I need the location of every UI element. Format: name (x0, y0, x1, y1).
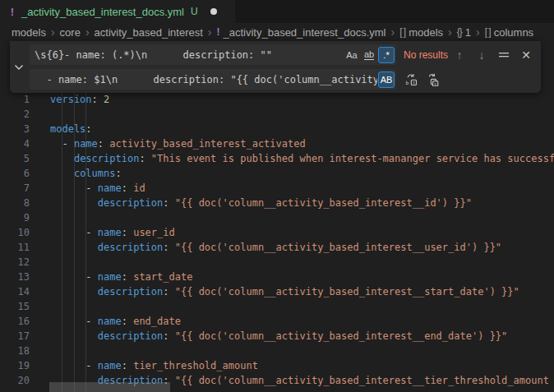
breadcrumb-label: models (12, 26, 46, 39)
line-number: 20 (0, 373, 30, 388)
code-line[interactable]: 12 (0, 255, 554, 270)
chevron-right-icon: › (448, 25, 452, 39)
chevron-right-icon: › (390, 25, 395, 39)
code-line[interactable]: 3models: (0, 122, 554, 136)
code-text: - name: user_id (50, 225, 175, 240)
code-line[interactable]: 4 - name: activity_based_interest_activa… (0, 136, 554, 151)
regex-button[interactable]: .* (378, 47, 395, 63)
replace-icon: c b (404, 73, 418, 86)
code-line[interactable]: 13 - name: start_date (0, 270, 554, 284)
chevron-right-icon: › (476, 25, 480, 39)
line-number: 18 (0, 344, 30, 358)
line-number: 17 (0, 329, 30, 344)
tab-active-file[interactable]: ! _activity_based_interest_docs.yml U (0, 0, 235, 23)
code-line[interactable]: 16 - name: end_date (0, 314, 554, 329)
find-query-text[interactable]: \s{6}- name: (.*)\n description: "" (35, 49, 343, 61)
code-text: description: "{{ doc('column__activity_b… (50, 240, 501, 255)
line-number: 12 (0, 255, 30, 270)
line-number: 11 (0, 240, 30, 255)
breadcrumb-item[interactable]: models (12, 26, 46, 39)
svg-text:c: c (413, 80, 415, 85)
breadcrumb-label: core (60, 26, 81, 39)
breadcrumb-label: _activity_based_interest_docs.yml (223, 26, 385, 39)
breadcrumb-item[interactable]: [ ]models (399, 26, 443, 39)
breadcrumb-item[interactable]: {}1 (457, 26, 471, 39)
find-results-status: No results (404, 49, 448, 61)
line-number: 16 (0, 314, 30, 329)
code-line[interactable]: 14 description: "{{ doc('column__activit… (0, 284, 554, 299)
code-text: - name: end_date (50, 314, 181, 329)
close-find-button[interactable]: ✕ (518, 47, 534, 63)
yaml-file-icon: ! (8, 6, 16, 18)
breadcrumb-item[interactable]: activity_based_interest (95, 26, 203, 39)
code-line[interactable]: 8 description: "{{ doc('column__activity… (0, 196, 554, 210)
tab-filename: _activity_based_interest_docs.yml (21, 6, 184, 18)
array-symbol-icon: [ ] (485, 26, 491, 38)
code-line[interactable]: 18 (0, 344, 554, 358)
code-text: version: 2 (50, 92, 109, 107)
chevron-right-icon: › (85, 25, 90, 39)
breadcrumb-label: activity_based_interest (95, 26, 203, 39)
code-text: - name: activity_based_interest_activate… (50, 136, 306, 151)
match-case-button[interactable]: Aa (344, 47, 360, 63)
chevron-down-icon (14, 64, 24, 71)
code-text: models: (50, 122, 92, 136)
find-widget: \s{6}- name: (.*)\n description: "" Aa a… (10, 41, 541, 93)
preserve-case-button[interactable]: AB (378, 71, 395, 88)
code-line[interactable]: 5 description: "This event is published … (0, 151, 554, 166)
array-symbol-icon: [ ] (399, 26, 405, 38)
code-text: - name: start_date (50, 270, 192, 284)
arrow-up-icon: ↑ (457, 48, 463, 62)
breadcrumb-item[interactable]: core (60, 26, 81, 39)
code-line[interactable]: 15 (0, 299, 554, 314)
breadcrumb-item[interactable]: [ ]columns (485, 26, 533, 39)
line-number: 3 (0, 122, 30, 136)
code-line[interactable]: 2 (0, 107, 554, 122)
code-line[interactable]: 19 - name: tier_threshold_amount (0, 358, 554, 373)
replace-value-text[interactable]: - name: $1\n description: "{{ doc('colum… (35, 74, 377, 85)
horizontal-scrollbar[interactable] (49, 382, 170, 392)
line-number: 7 (0, 181, 30, 196)
replace-input[interactable]: - name: $1\n description: "{{ doc('colum… (30, 69, 396, 90)
replace-all-icon: c (426, 73, 439, 86)
arrow-down-icon: ↓ (479, 48, 485, 62)
close-icon: ✕ (521, 48, 531, 62)
line-number: 8 (0, 196, 30, 210)
toggle-replace-button[interactable] (10, 41, 28, 93)
line-number: 13 (0, 270, 30, 284)
code-editor[interactable]: 1version: 223models:4 - name: activity_b… (0, 92, 554, 392)
line-number: 10 (0, 225, 30, 240)
code-line[interactable]: 11 description: "{{ doc('column__activit… (0, 240, 554, 255)
code-line[interactable]: 7 - name: id (0, 181, 554, 196)
next-match-button[interactable]: ↓ (473, 47, 490, 63)
code-text: description: "{{ doc('column__activity_b… (50, 284, 519, 299)
code-line[interactable]: 6 columns: (0, 166, 554, 181)
code-text: columns: (50, 166, 122, 181)
yaml-symbol-icon: ! (216, 26, 219, 38)
breadcrumb-item[interactable]: !_activity_based_interest_docs.yml (216, 26, 385, 39)
code-line[interactable]: 1version: 2 (0, 92, 554, 107)
code-text: description: "{{ doc('column__activity_b… (50, 196, 472, 210)
line-number: 1 (0, 92, 30, 107)
find-in-selection-button[interactable] (496, 47, 512, 63)
find-row: \s{6}- name: (.*)\n description: "" Aa a… (30, 44, 534, 65)
code-line[interactable]: 17 description: "{{ doc('column__activit… (0, 329, 554, 344)
line-number: 6 (0, 166, 30, 181)
code-line[interactable]: 9 (0, 210, 554, 225)
code-text: description: "This event is published wh… (50, 151, 554, 166)
find-input[interactable]: \s{6}- name: (.*)\n description: "" Aa a… (30, 44, 396, 65)
replace-all-button[interactable]: c (424, 71, 441, 88)
code-line[interactable]: 10 - name: user_id (0, 225, 554, 240)
previous-match-button[interactable]: ↑ (451, 47, 468, 63)
breadcrumb-label: models (409, 26, 443, 39)
unsaved-changes-dot-icon[interactable] (210, 8, 217, 15)
breadcrumb-label: 1 (465, 26, 471, 39)
code-text: - name: id (50, 181, 145, 196)
replace-row: - name: $1\n description: "{{ doc('colum… (30, 69, 534, 90)
line-number: 9 (0, 210, 30, 225)
chevron-right-icon: › (208, 25, 212, 39)
replace-one-button[interactable]: c b (403, 71, 419, 88)
code-lines: 1version: 223models:4 - name: activity_b… (0, 92, 554, 388)
whole-word-button[interactable]: ab (361, 47, 377, 63)
git-status-badge: U (191, 6, 198, 17)
